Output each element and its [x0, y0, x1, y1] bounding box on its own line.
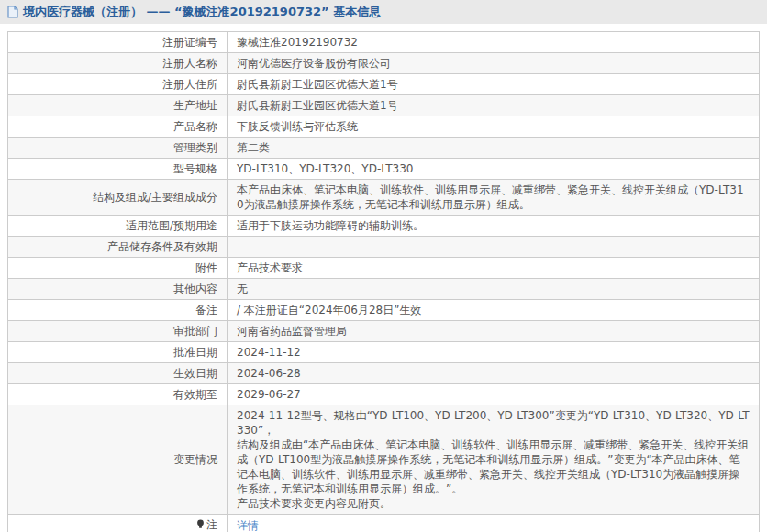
- row-value-cell: 2024-11-12: [228, 342, 760, 363]
- row-value: YD-LT310、YD-LT320、YD-LT330: [237, 162, 414, 175]
- row-value: / 本注册证自“2024年06月28日”生效: [237, 304, 421, 316]
- row-label-cell: 备注: [8, 300, 228, 321]
- row-value: 尉氏县新尉工业园区优德大道1号: [237, 99, 398, 112]
- info-table-body: 注册证编号豫械注准20192190732注册人名称河南优德医疗设备股份有限公司注…: [8, 32, 760, 532]
- row-label-cell: 产品储存条件及有效期: [8, 237, 228, 258]
- row-label-cell: 生效日期: [8, 363, 228, 384]
- row-value-cell: 河南优德医疗设备股份有限公司: [228, 53, 760, 74]
- row-value-cell: 详情: [228, 515, 760, 532]
- row-value-line: 2024-11-12型号、规格由“YD-LT100、YD-LT200、YD-LT…: [237, 408, 750, 438]
- row-value: 2024-11-12: [237, 346, 301, 359]
- row-label-cell: 管理类别: [8, 138, 228, 159]
- row-label: 备注: [195, 304, 217, 316]
- table-row: 注册人名称河南优德医疗设备股份有限公司: [8, 53, 760, 74]
- page-title: 境内医疗器械（注册） —— “豫械注准20192190732” 基本信息: [23, 4, 381, 20]
- row-label: 产品名称: [173, 120, 217, 133]
- row-label-cell: 型号规格: [8, 159, 228, 180]
- table-row: 其他内容无: [8, 279, 760, 300]
- table-row: 结构及组成/主要组成成分本产品由床体、笔记本电脑、训练软件、训练用显示屏、减重绑…: [8, 180, 760, 216]
- row-label: 变更情况: [173, 453, 217, 466]
- table-row: 生效日期2024-06-28: [8, 363, 760, 384]
- row-value-cell: 尉氏县新尉工业园区优德大道1号: [228, 74, 760, 95]
- row-value: 第二类: [237, 141, 270, 154]
- row-value-cell: 本产品由床体、笔记本电脑、训练软件、训练用显示屏、减重绑带、紧急开关、线控开关组…: [228, 180, 760, 216]
- document-icon: [7, 6, 18, 18]
- row-value-cell: 豫械注准20192190732: [228, 32, 760, 53]
- table-row: 管理类别第二类: [8, 138, 760, 159]
- row-value-cell: 2024-11-12型号、规格由“YD-LT100、YD-LT200、YD-LT…: [228, 405, 760, 515]
- row-label-cell: 批准日期: [8, 342, 228, 363]
- row-label: 批准日期: [173, 346, 217, 359]
- table-row: 审批部门河南省药品监督管理局: [8, 321, 760, 342]
- row-label: 有效期至: [173, 388, 217, 401]
- row-value: 产品技术要求: [237, 261, 303, 274]
- table-row: 注册人住所尉氏县新尉工业园区优德大道1号: [8, 74, 760, 95]
- row-value: 无: [237, 283, 248, 295]
- row-label: 型号规格: [173, 162, 217, 175]
- row-value-line: 结构及组成由“本产品由床体、笔记本电脑、训练软件、训练用显示屏、减重绑带、紧急开…: [237, 438, 750, 496]
- row-value-cell: YD-LT310、YD-LT320、YD-LT330: [228, 159, 760, 180]
- row-value-line: 产品技术要求变更内容见附页。: [237, 496, 750, 511]
- row-value: 豫械注准20192190732: [237, 36, 358, 49]
- row-value-cell: 2029-06-27: [228, 384, 760, 405]
- table-row: 变更情况2024-11-12型号、规格由“YD-LT100、YD-LT200、Y…: [8, 405, 760, 515]
- row-value-cell: [228, 237, 760, 258]
- table-row: 备注/ 本注册证自“2024年06月28日”生效: [8, 300, 760, 321]
- row-value-cell: 产品技术要求: [228, 258, 760, 279]
- row-label: 管理类别: [173, 141, 217, 154]
- row-value-cell: 适用于下肢运动功能障碍的辅助训练。: [228, 216, 760, 237]
- row-label-cell: 有效期至: [8, 384, 228, 405]
- row-value-cell: / 本注册证自“2024年06月28日”生效: [228, 300, 760, 321]
- row-value-cell: 河南省药品监督管理局: [228, 321, 760, 342]
- row-label-cell: 适用范围/预期用途: [8, 216, 228, 237]
- row-label-cell: 注: [8, 515, 228, 532]
- row-label-cell: 注册人住所: [8, 74, 228, 95]
- table-row: 适用范围/预期用途适用于下肢运动功能障碍的辅助训练。: [8, 216, 760, 237]
- row-label-cell: 结构及组成/主要组成成分: [8, 180, 228, 216]
- table-row: 注详情: [8, 515, 760, 532]
- table-row: 生产地址尉氏县新尉工业园区优德大道1号: [8, 95, 760, 116]
- row-label-cell: 注册人名称: [8, 53, 228, 74]
- row-label: 注: [206, 518, 217, 531]
- row-value: 下肢反馈训练与评估系统: [237, 120, 358, 133]
- table-row: 产品储存条件及有效期: [8, 237, 760, 258]
- page-header: 境内医疗器械（注册） —— “豫械注准20192190732” 基本信息: [0, 0, 767, 24]
- row-label-cell: 生产地址: [8, 95, 228, 116]
- table-row: 附件产品技术要求: [8, 258, 760, 279]
- bulb-icon: [196, 518, 205, 532]
- row-value-cell: 下肢反馈训练与评估系统: [228, 116, 760, 138]
- row-label: 审批部门: [173, 325, 217, 338]
- table-row: 注册证编号豫械注准20192190732: [8, 32, 760, 53]
- row-label: 产品储存条件及有效期: [107, 240, 217, 253]
- row-value: 河南优德医疗设备股份有限公司: [237, 57, 391, 70]
- row-value: 2029-06-27: [237, 388, 301, 401]
- registration-info-table: 注册证编号豫械注准20192190732注册人名称河南优德医疗设备股份有限公司注…: [7, 31, 760, 532]
- row-value: 河南省药品监督管理局: [237, 325, 347, 338]
- row-value-cell: 尉氏县新尉工业园区优德大道1号: [228, 95, 760, 116]
- row-value: 尉氏县新尉工业园区优德大道1号: [237, 78, 398, 91]
- row-label-cell: 审批部门: [8, 321, 228, 342]
- row-label-cell: 其他内容: [8, 279, 228, 300]
- table-row: 型号规格YD-LT310、YD-LT320、YD-LT330: [8, 159, 760, 180]
- row-label-cell: 注册证编号: [8, 32, 228, 53]
- table-row: 产品名称下肢反馈训练与评估系统: [8, 116, 760, 138]
- row-label: 注册证编号: [162, 36, 217, 49]
- detail-link[interactable]: 详情: [237, 519, 259, 532]
- row-label: 生产地址: [173, 99, 217, 112]
- row-label: 结构及组成/主要组成成分: [93, 191, 217, 204]
- row-label: 附件: [195, 261, 217, 274]
- row-label: 其他内容: [173, 283, 217, 295]
- row-label: 注册人住所: [162, 78, 217, 91]
- row-value: 本产品由床体、笔记本电脑、训练软件、训练用显示屏、减重绑带、紧急开关、线控开关组…: [237, 183, 744, 211]
- row-value-cell: 无: [228, 279, 760, 300]
- row-value-cell: 2024-06-28: [228, 363, 760, 384]
- row-label-cell: 附件: [8, 258, 228, 279]
- table-row: 批准日期2024-11-12: [8, 342, 760, 363]
- row-label-cell: 变更情况: [8, 405, 228, 515]
- row-value-cell: 第二类: [228, 138, 760, 159]
- row-label: 适用范围/预期用途: [126, 219, 217, 232]
- row-label-cell: 产品名称: [8, 116, 228, 138]
- row-value: 2024-06-28: [237, 367, 301, 380]
- table-row: 有效期至2029-06-27: [8, 384, 760, 405]
- row-label: 注册人名称: [162, 57, 217, 70]
